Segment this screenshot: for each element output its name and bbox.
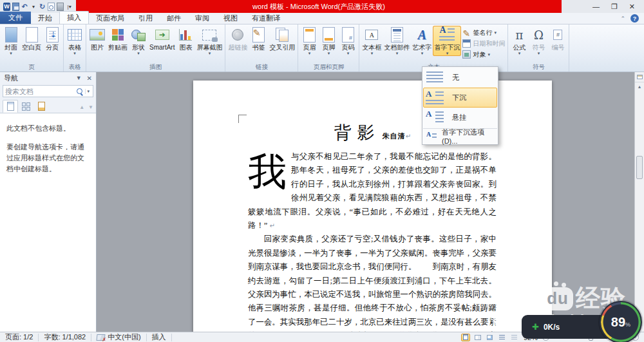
group-pages: 封面▾ 空白页 分页 页 [0,24,64,71]
tab-references[interactable]: 引用 [131,12,160,24]
tab-home[interactable]: 开始 [31,12,59,24]
redo-icon[interactable]: ↻ [39,3,46,11]
menu-item-none[interactable]: 无 [423,68,497,88]
signature-line-button[interactable]: 签名行▾ [462,28,505,37]
print-layout-view-icon[interactable] [461,334,470,341]
search-input[interactable] [5,88,75,95]
window-title: word 模板 - Microsoft Word(产品激活失败) [76,0,562,13]
tab-view[interactable]: 视图 [216,12,245,24]
footer-button[interactable]: 页脚▾ [319,26,338,56]
blank-page-button[interactable]: 空白页 [21,26,43,52]
paragraph-1: 我与父亲不相见已二年余了，我最不能忘记的是他的背影。那年冬天，祖母死了，父亲的差… [248,150,497,233]
nav-pane-menu-icon[interactable]: ▼ [76,75,82,82]
menu-item-in-margin[interactable]: A 悬挂 [423,108,497,128]
document-title: 背影 [334,123,381,142]
title-bar: W ↶ ▾ ↻ |▾ word 模板 - Microsoft Word(产品激活… [0,0,644,13]
menu-item-drop-cap-options[interactable]: A 首字下沉选项(D)... [423,128,497,144]
header-icon [303,27,316,43]
undo-icon[interactable]: ↶ [21,3,28,11]
nav-pane-close-icon[interactable]: ✕ [87,75,92,82]
print-preview-icon[interactable] [48,3,55,11]
tab-browse-results[interactable] [33,100,49,113]
table-button[interactable]: 表格▾ [65,26,84,56]
page-number-button[interactable]: # 页码▾ [338,26,357,56]
customize-toolbar-icon[interactable]: |▾ [66,3,73,11]
word-count[interactable]: 字数: 1/1,082 [39,334,91,341]
web-layout-view-icon[interactable] [486,334,495,341]
group-header-footer: 页眉▾ 页脚▾ # 页码▾ 页眉和页脚 [298,24,359,71]
document-body[interactable]: 我与父亲不相见已二年余了，我最不能忘记的是他的背影。那年冬天，祖母死了，父亲的差… [193,144,552,332]
ruler-toggle-icon[interactable] [635,72,644,82]
language-indicator[interactable]: 中文(中国) [91,334,146,341]
battery-percent-badge[interactable]: 89% [600,301,642,342]
tab-youdao-translate[interactable]: 有道翻译 [245,12,287,24]
menu-item-dropped[interactable]: A 下沉 [423,88,497,108]
object-icon [462,50,471,59]
number-button[interactable]: # 编号 [548,26,567,52]
help-icon[interactable]: ? [630,14,639,23]
paragraph-mark: ↵ [267,222,275,229]
drop-cap-button[interactable]: A 首字下沉▾ [433,26,461,56]
nav-message-line2: 要创建导航选项卡，请通过应用标题样式在您的文档中创建标题。 [6,142,90,175]
screenshot-icon [202,30,216,41]
header-button[interactable]: 页眉▾ [299,26,319,56]
outline-view-icon[interactable] [498,334,507,341]
tab-browse-headings[interactable] [3,100,18,113]
close-icon[interactable]: ✕ [629,3,635,10]
page-break-button[interactable]: 分页 [43,26,62,52]
tab-review[interactable]: 审阅 [188,12,216,24]
group-symbols: π 公式▾ Ω 符号▾ # 编号 符号 [508,24,569,71]
picture-button[interactable]: 图片 [88,26,107,52]
tab-file[interactable]: 文件 [0,12,31,24]
ribbon: 封面▾ 空白页 分页 页 表格▾ 表格 [0,24,644,72]
previous-result-icon[interactable]: ▲ [79,104,84,110]
wordart-button[interactable]: A 艺术字▾ [411,26,433,56]
blank-page-icon [26,27,38,43]
fullscreen-reading-view-icon[interactable] [473,334,482,341]
print-icon[interactable] [57,3,64,11]
signature-line-icon [462,28,471,37]
clipart-button[interactable]: 剪贴画 [107,26,129,52]
page-number-icon: # [342,27,354,43]
page-indicator[interactable]: 页面: 1/2 [0,334,39,341]
scrollbar-thumb[interactable] [636,156,643,179]
cross-reference-button[interactable]: 交叉引用 [268,26,296,52]
next-result-icon[interactable]: ▼ [88,104,93,110]
search-icon[interactable] [76,88,84,95]
symbol-button[interactable]: Ω 符号▾ [529,26,548,56]
minimize-icon[interactable]: — [592,3,600,10]
group-label-illustrations: 插图 [88,63,223,71]
smartart-button[interactable]: ➜ SmartArt [148,26,176,52]
object-button[interactable]: 对象▾ [462,50,505,59]
insert-mode-indicator[interactable]: 插入 [147,334,172,341]
bookmark-button[interactable]: 书签 [249,26,268,52]
search-options-icon[interactable]: ▾ [85,89,91,94]
tab-browse-pages[interactable] [18,100,33,113]
restore-icon[interactable]: ❐ [611,3,618,10]
tab-mailings[interactable]: 邮件 [160,12,188,24]
ribbon-tab-row: 文件 开始 插入 页面布局 引用 邮件 审阅 视图 有道翻译 ⌃ ? [0,13,644,24]
textbox-icon: A [365,30,378,40]
undo-dropdown-icon[interactable]: ▾ [30,3,37,11]
shapes-icon [131,28,146,41]
draft-view-icon[interactable] [510,334,519,341]
vertical-scrollbar[interactable]: ▲ ▲▼ [634,72,644,332]
minimize-ribbon-icon[interactable]: ⌃ [620,15,625,22]
page-break-icon [46,27,59,43]
group-label-links: 链接 [227,63,296,71]
navigation-tabs: ▲ ▼ [0,99,96,113]
screenshot-button[interactable]: 屏幕截图▾ [195,26,223,56]
scroll-up-icon[interactable]: ▲ [635,82,644,91]
hyperlink-button[interactable]: 超链接 [227,26,249,52]
tab-page-layout[interactable]: 页面布局 [89,12,131,24]
save-icon[interactable] [12,3,19,11]
date-time-button[interactable]: 日期和时间 [462,39,505,48]
textbox-button[interactable]: A 文本框▾ [361,26,383,56]
equation-button[interactable]: π 公式▾ [509,26,529,56]
quick-parts-button[interactable]: 文档部件▾ [383,26,411,56]
tab-insert[interactable]: 插入 [59,11,89,24]
cover-page-button[interactable]: 封面▾ [1,26,21,56]
download-speed: 0K/s [544,323,560,332]
shapes-button[interactable]: 形状▾ [129,26,148,56]
chart-button[interactable]: 图表 [176,26,195,52]
